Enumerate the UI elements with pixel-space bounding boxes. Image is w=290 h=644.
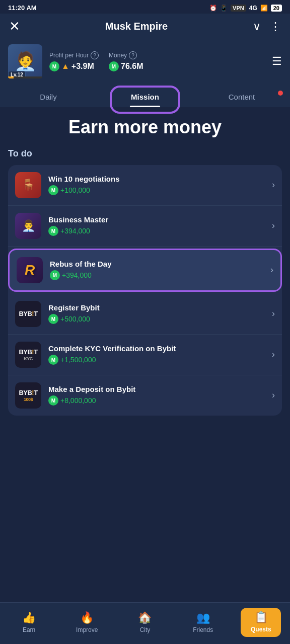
money-label: Money ? [109, 51, 143, 59]
money-icon-profit: M [49, 61, 59, 71]
task-reward-deposit: M +8,000,000 [48, 395, 265, 406]
task-info-deposit: Make a Deposit on Bybit M +8,000,000 [48, 385, 265, 406]
tab-mission[interactable]: Mission [97, 88, 193, 107]
kyc-label: KYC [24, 356, 33, 361]
nav-quests[interactable]: 📋 Quests [241, 608, 281, 637]
bybit-logo: BYB!T [19, 310, 37, 317]
alarm-icon: ⏰ [209, 5, 217, 12]
profile-section: 🧑‍💼 Lv.12 Profit per Hour ? M ▲ +3.9M Mo… [0, 39, 290, 86]
task-info-kyc: Complete KYC Verification on Bybit M +1,… [48, 344, 265, 365]
screen-record-icon: 📱 [220, 5, 228, 12]
task-reward-rebus: M +394,000 [50, 270, 263, 280]
task-list: 🪑 Win 10 negotiations M +100,000 › 👨‍💼 B… [8, 165, 282, 416]
reward-icon: M [48, 355, 58, 365]
task-name-negotiations: Win 10 negotiations [48, 175, 265, 183]
deposit-amount-label: 100$ [24, 397, 33, 402]
bybit-deposit-logo: BYB!T [19, 389, 37, 396]
nav-improve[interactable]: 🔥 Improve [67, 611, 107, 633]
status-icons: ⏰ 📱 VPN 4G 📶 20 [209, 5, 282, 12]
content-notification-dot [278, 91, 283, 96]
bybit-kyc-logo: BYB!T [19, 348, 37, 356]
quests-label: Quests [251, 626, 271, 633]
task-name-register-bybit: Register Bybit [48, 303, 265, 312]
vpn-badge: VPN [231, 5, 246, 12]
task-icon-rebus: R [17, 257, 43, 283]
status-bar: 11:20 AM ⏰ 📱 VPN 4G 📶 20 [0, 0, 290, 14]
task-item-kyc-bybit[interactable]: BYB!T KYC Complete KYC Verification on B… [8, 335, 282, 375]
top-nav: ✕ Musk Empire ∨ ⋮ [0, 14, 290, 39]
task-info-rebus: Rebus of the Day M +394,000 [50, 260, 263, 280]
task-info-business: Business Master M +394,000 [48, 215, 265, 236]
task-icon-deposit: BYB!T 100$ [15, 382, 41, 409]
money-help-icon[interactable]: ? [129, 51, 137, 59]
reward-icon: M [48, 226, 58, 236]
chevron-negotiations: › [272, 180, 275, 190]
city-icon: 🏠 [138, 611, 152, 624]
profit-group: Profit per Hour ? M ▲ +3.9M [49, 51, 99, 71]
earn-icon: 👍 [22, 611, 36, 624]
main-content: Earn more money To do 🪑 Win 10 negotiati… [0, 107, 290, 421]
task-icon-kyc: BYB!T KYC [15, 342, 41, 368]
chevron-register-bybit: › [272, 308, 275, 319]
task-item-register-bybit[interactable]: BYB!T Register Bybit M +500,000 › [8, 294, 282, 335]
task-name-rebus: Rebus of the Day [50, 260, 263, 268]
task-info-negotiations: Win 10 negotiations M +100,000 [48, 175, 265, 195]
task-reward-business: M +394,000 [48, 226, 265, 236]
task-name-business: Business Master [48, 215, 265, 224]
app-title: Musk Empire [105, 21, 168, 32]
task-item-negotiations[interactable]: 🪑 Win 10 negotiations M +100,000 › [8, 165, 282, 206]
chevron-business: › [272, 220, 275, 231]
earn-label: Earn [23, 626, 35, 633]
profile-stats: Profit per Hour ? M ▲ +3.9M Money ? M 76… [49, 51, 265, 71]
task-name-kyc: Complete KYC Verification on Bybit [48, 344, 265, 353]
bottom-nav: 👍 Earn 🔥 Improve 🏠 City 👥 Friends 📋 Ques… [0, 602, 290, 644]
friends-icon: 👥 [196, 611, 210, 624]
chevron-deposit: › [272, 390, 275, 400]
money-group: Money ? M 76.6M [109, 51, 143, 71]
avatar-wrap: 🧑‍💼 Lv.12 [8, 44, 42, 78]
tab-daily[interactable]: Daily [0, 88, 97, 107]
dropdown-button[interactable]: ∨ [253, 20, 261, 33]
profit-label: Profit per Hour ? [49, 51, 99, 59]
task-icon-business: 👨‍💼 [15, 213, 41, 239]
task-icon-bybit: BYB!T [15, 301, 41, 327]
battery-badge: 20 [271, 5, 282, 12]
rebus-letter: R [25, 262, 35, 278]
reward-icon: M [50, 270, 60, 280]
task-name-deposit: Make a Deposit on Bybit [48, 385, 265, 393]
improve-label: Improve [76, 626, 98, 633]
city-label: City [140, 626, 151, 633]
task-item-deposit-bybit[interactable]: BYB!T 100$ Make a Deposit on Bybit M +8,… [8, 375, 282, 416]
task-info-register-bybit: Register Bybit M +500,000 [48, 303, 265, 324]
avatar-face: 🧑‍💼 [14, 51, 37, 72]
money-value: M 76.6M [109, 61, 143, 71]
task-reward-kyc: M +1,500,000 [48, 355, 265, 365]
nav-earn[interactable]: 👍 Earn [9, 611, 49, 633]
page-title: Earn more money [8, 117, 282, 137]
reward-icon: M [48, 314, 58, 324]
tabs-section: Daily Mission Content [0, 86, 290, 107]
task-reward-register-bybit: M +500,000 [48, 314, 265, 324]
task-item-business-master[interactable]: 👨‍💼 Business Master M +394,000 › [8, 206, 282, 247]
reward-icon: M [48, 185, 58, 195]
nav-actions: ∨ ⋮ [253, 20, 281, 33]
network-icon: 4G [249, 5, 257, 12]
progress-bar [8, 76, 42, 78]
task-item-rebus[interactable]: R Rebus of the Day M +394,000 › [8, 249, 282, 292]
quests-icon: 📋 [254, 611, 268, 624]
section-label: To do [8, 148, 282, 159]
profit-help-icon[interactable]: ? [91, 51, 99, 59]
more-button[interactable]: ⋮ [270, 20, 281, 33]
progress-fill [8, 76, 14, 78]
hamburger-menu[interactable]: ☰ [272, 55, 282, 68]
tab-content[interactable]: Content [193, 88, 290, 107]
profit-value: M ▲ +3.9M [49, 61, 99, 71]
chevron-kyc: › [272, 349, 275, 360]
close-button[interactable]: ✕ [9, 19, 20, 34]
status-time: 11:20 AM [8, 4, 37, 12]
chevron-rebus: › [270, 265, 273, 275]
nav-city[interactable]: 🏠 City [125, 611, 165, 633]
task-reward-negotiations: M +100,000 [48, 185, 265, 195]
nav-friends[interactable]: 👥 Friends [183, 611, 223, 633]
friends-label: Friends [193, 626, 213, 633]
